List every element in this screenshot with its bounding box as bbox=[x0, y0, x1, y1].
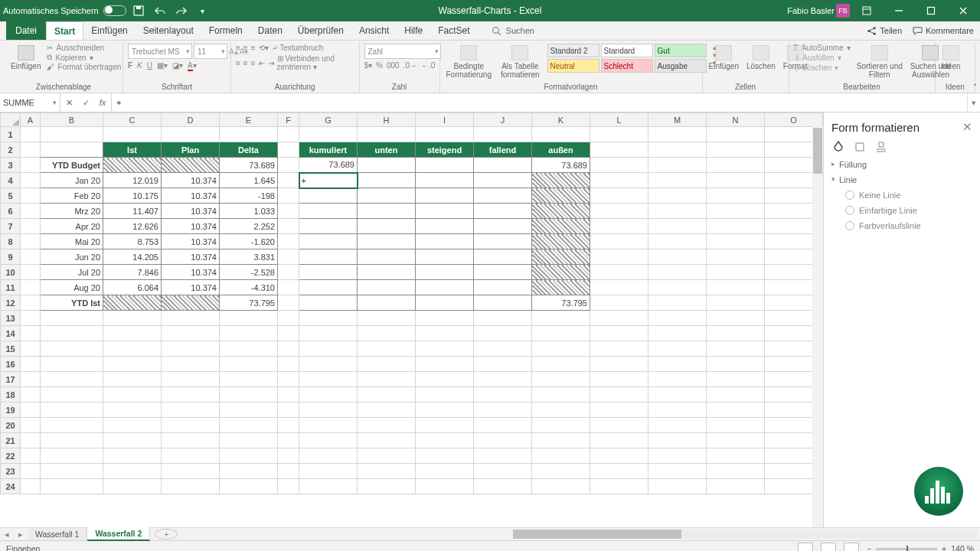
cell-J11[interactable] bbox=[474, 280, 532, 295]
cell-J4[interactable] bbox=[474, 173, 532, 188]
row-header-5[interactable]: 5 bbox=[1, 188, 21, 204]
cell-E3[interactable]: 73.689 bbox=[220, 158, 278, 173]
cell-N9[interactable] bbox=[707, 249, 765, 265]
cell-F6[interactable] bbox=[278, 204, 299, 219]
cell-F5[interactable] bbox=[278, 188, 299, 204]
cell-E11[interactable]: -4.310 bbox=[220, 280, 278, 295]
merge-center-button[interactable]: ⊞ Verbinden und zentrieren ▾ bbox=[277, 54, 354, 71]
cell-E17[interactable] bbox=[220, 372, 278, 387]
cell-H12[interactable] bbox=[358, 295, 416, 311]
cell-H16[interactable] bbox=[358, 357, 416, 372]
cell-A10[interactable] bbox=[21, 265, 41, 280]
cell-M3[interactable] bbox=[648, 158, 707, 173]
cell-I2[interactable]: steigend bbox=[416, 142, 474, 158]
cell-M23[interactable] bbox=[648, 464, 707, 479]
cell-E5[interactable]: -198 bbox=[220, 188, 278, 204]
undo-icon[interactable] bbox=[151, 2, 169, 20]
cell-J1[interactable] bbox=[474, 127, 532, 142]
cell-H3[interactable] bbox=[358, 158, 416, 173]
cell-L20[interactable] bbox=[590, 418, 648, 433]
cell-F19[interactable] bbox=[278, 403, 299, 418]
cell-F21[interactable] bbox=[278, 433, 299, 448]
cell-A22[interactable] bbox=[21, 448, 41, 464]
cell-L15[interactable] bbox=[590, 341, 648, 357]
cell-K23[interactable] bbox=[532, 464, 590, 479]
cell-E22[interactable] bbox=[220, 448, 278, 464]
cell-J21[interactable] bbox=[474, 433, 532, 448]
cell-L6[interactable] bbox=[590, 204, 648, 219]
cell-C11[interactable]: 6.064 bbox=[103, 280, 162, 295]
cell-K1[interactable] bbox=[532, 127, 590, 142]
cell-K2[interactable]: außen bbox=[532, 142, 590, 158]
cell-H17[interactable] bbox=[358, 372, 416, 387]
col-header-M[interactable]: M bbox=[648, 113, 707, 127]
cell-L1[interactable] bbox=[590, 127, 648, 142]
style-neutral[interactable]: Neutral bbox=[547, 59, 599, 73]
cell-B14[interactable] bbox=[41, 326, 103, 341]
cell-K3[interactable]: 73.689 bbox=[532, 158, 590, 173]
tab-start[interactable]: Start bbox=[46, 21, 83, 40]
cell-H6[interactable] bbox=[358, 204, 416, 219]
cell-E12[interactable]: 73.795 bbox=[220, 295, 278, 311]
tell-me-search[interactable]: Suchen bbox=[492, 21, 534, 40]
cell-I24[interactable] bbox=[416, 479, 474, 494]
comma-icon[interactable]: 000 bbox=[387, 61, 400, 70]
cell-C16[interactable] bbox=[103, 357, 162, 372]
cancel-formula-icon[interactable]: ✕ bbox=[60, 98, 77, 108]
cell-D7[interactable]: 10.374 bbox=[162, 219, 220, 234]
cell-L16[interactable] bbox=[590, 357, 648, 372]
cell-D8[interactable]: 10.374 bbox=[162, 234, 220, 249]
orientation-icon[interactable]: ⟲▾ bbox=[259, 44, 269, 52]
cell-B20[interactable] bbox=[41, 418, 103, 433]
sheet-nav-prev-icon[interactable]: ◂ bbox=[0, 530, 14, 539]
cell-M18[interactable] bbox=[648, 387, 707, 403]
cell-B1[interactable] bbox=[41, 127, 103, 142]
cell-J20[interactable] bbox=[474, 418, 532, 433]
cell-D19[interactable] bbox=[162, 403, 220, 418]
tab-file[interactable]: Datei bbox=[6, 21, 46, 40]
underline-button[interactable]: U bbox=[147, 61, 152, 70]
cell-B5[interactable]: Feb 20 bbox=[41, 188, 103, 204]
cell-B12[interactable]: YTD Ist bbox=[41, 295, 103, 311]
cell-C22[interactable] bbox=[103, 448, 162, 464]
cell-B15[interactable] bbox=[41, 341, 103, 357]
cell-J14[interactable] bbox=[474, 326, 532, 341]
cell-N1[interactable] bbox=[707, 127, 765, 142]
cell-K16[interactable] bbox=[532, 357, 590, 372]
cell-N10[interactable] bbox=[707, 265, 765, 280]
cell-N18[interactable] bbox=[707, 387, 765, 403]
font-family-combo[interactable]: Trebuchet MS bbox=[128, 44, 192, 59]
row-header-9[interactable]: 9 bbox=[1, 249, 21, 265]
style-gut[interactable]: Gut bbox=[655, 44, 707, 57]
style-standard2[interactable]: Standard 2 bbox=[547, 44, 599, 57]
row-header-21[interactable]: 21 bbox=[1, 433, 21, 448]
cell-I4[interactable] bbox=[416, 173, 474, 188]
cell-K22[interactable] bbox=[532, 448, 590, 464]
cell-C6[interactable]: 11.407 bbox=[103, 204, 162, 219]
cell-H20[interactable] bbox=[358, 418, 416, 433]
cell-D5[interactable]: 10.374 bbox=[162, 188, 220, 204]
sheet-tab-2[interactable]: Wasserfall 2 bbox=[87, 527, 150, 541]
cell-C14[interactable] bbox=[103, 326, 162, 341]
cell-H2[interactable]: unten bbox=[358, 142, 416, 158]
cell-C8[interactable]: 8.753 bbox=[103, 234, 162, 249]
cell-H15[interactable] bbox=[358, 341, 416, 357]
row-header-13[interactable]: 13 bbox=[1, 311, 21, 326]
redo-icon[interactable] bbox=[172, 2, 191, 20]
cell-K19[interactable] bbox=[532, 403, 590, 418]
cell-C18[interactable] bbox=[103, 387, 162, 403]
col-header-I[interactable]: I bbox=[416, 113, 474, 127]
cell-N5[interactable] bbox=[707, 188, 765, 204]
cell-D13[interactable] bbox=[162, 311, 220, 326]
tab-ansicht[interactable]: Ansicht bbox=[351, 21, 397, 40]
normal-view-button[interactable] bbox=[798, 543, 813, 551]
cell-J13[interactable] bbox=[474, 311, 532, 326]
cell-J8[interactable] bbox=[474, 234, 532, 249]
tab-factset[interactable]: FactSet bbox=[430, 21, 477, 40]
cell-H13[interactable] bbox=[358, 311, 416, 326]
cell-K8[interactable] bbox=[532, 234, 590, 249]
cell-M5[interactable] bbox=[648, 188, 707, 204]
format-painter-button[interactable]: 🖌 Format übertragen bbox=[47, 63, 121, 71]
cell-D9[interactable]: 10.374 bbox=[162, 249, 220, 265]
col-header-L[interactable]: L bbox=[590, 113, 648, 127]
